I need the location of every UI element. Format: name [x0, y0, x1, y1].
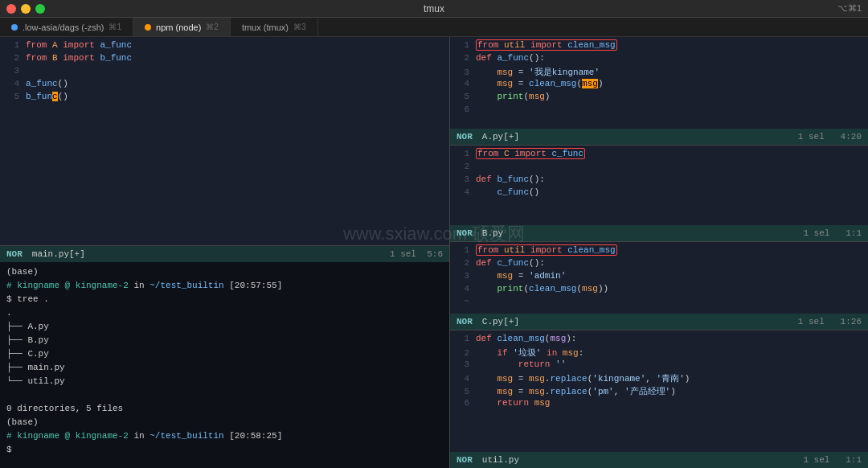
apy-line-4: 4 msg = clean_msg(msg): [450, 79, 868, 92]
main-editor-status: NOR main.py[+] 1 sel 5:6: [0, 246, 449, 262]
utilpy-line-1: 1 def clean_msg(msg):: [450, 334, 868, 347]
term-line-5: ├── A.py: [6, 320, 443, 334]
code-line-1: 1 from A import a_func: [0, 40, 449, 53]
tab-shortcut-npm: ⌘2: [206, 23, 219, 31]
main-editor-pane: 1 from A import a_func 2 from B import b…: [0, 37, 449, 246]
highlight-cpy-from: from util import clean_msg: [476, 244, 617, 256]
pane-bpy: 1 from C import c_func 2 3 def b_func():: [450, 146, 868, 242]
right-panel: 1 from util import clean_msg 2 def a_fun…: [450, 37, 868, 468]
maximize-button[interactable]: [35, 4, 45, 14]
term-line-7: ├── C.py: [6, 347, 443, 361]
status-file-utilpy: util.py: [482, 455, 519, 465]
bpy-line-2: 2: [450, 162, 868, 174]
term-line-3: $ tree .: [6, 293, 443, 306]
status-pos-utilpy: 1 sel 1:1: [803, 455, 862, 465]
apy-line-3: 3 msg = '我是kingname': [450, 66, 868, 79]
status-apy: NOR A.py[+] 1 sel 4:20: [450, 129, 868, 145]
status-cpy: NOR C.py[+] 1 sel 1:26: [450, 314, 868, 330]
status-mode-cpy: NOR: [457, 317, 473, 326]
status-pos-bpy: 1 sel 1:1: [803, 228, 862, 238]
tab-label-tmux: tmux (tmux): [242, 23, 289, 32]
cpy-line-3: 3 msg = 'admin': [450, 271, 868, 284]
main-layout: 1 from A import a_func 2 from B import b…: [0, 37, 868, 468]
utilpy-line-6: 6 return msg: [450, 398, 868, 411]
pane-utilpy: 1 def clean_msg(msg): 2 if '垃圾' in msg: …: [450, 330, 868, 468]
utilpy-line-2: 2 if '垃圾' in msg:: [450, 347, 868, 359]
highlight-from-util: from util import clean_msg: [476, 39, 617, 51]
title-bar: tmux ⌥⌘1: [0, 0, 868, 18]
window-title: tmux: [424, 3, 444, 14]
cpy-line-5: ~: [450, 297, 868, 310]
traffic-lights: [6, 4, 45, 14]
tab-npm[interactable]: npm (node) ⌘2: [133, 18, 231, 36]
status-mode-main: NOR: [6, 249, 23, 259]
term-line-4: .: [6, 306, 443, 320]
tab-tmux[interactable]: tmux (tmux) ⌘3: [231, 18, 318, 36]
term-line-6: ├── B.py: [6, 334, 443, 347]
apy-line-2: 2 def a_func():: [450, 53, 868, 66]
status-mode-apy: NOR: [457, 132, 473, 142]
tab-zsh[interactable]: .low-asia/dags (-zsh) ⌘1: [0, 18, 133, 36]
apy-line-1: 1 from util import clean_msg: [450, 40, 868, 53]
left-panel: 1 from A import a_func 2 from B import b…: [0, 37, 450, 468]
minimize-button[interactable]: [21, 4, 31, 14]
status-file-bpy: B.py: [482, 228, 503, 238]
cpy-line-2: 2 def c_func():: [450, 258, 868, 271]
utilpy-line-4: 4 msg = msg.replace('kingname', '青南'): [450, 372, 868, 385]
close-button[interactable]: [6, 4, 16, 14]
term-line-8: ├── main.py: [6, 361, 443, 375]
status-utilpy: NOR util.py 1 sel 1:1: [450, 452, 868, 468]
term-line-10: [6, 388, 443, 402]
code-line-5: 5 b_func(): [0, 92, 449, 105]
status-pos-main: 1 sel 5:6: [390, 249, 443, 259]
code-area-apy: 1 from util import clean_msg 2 def a_fun…: [450, 37, 868, 129]
term-line-2: # kingname @ kingname-2 in ~/test_builti…: [6, 279, 443, 293]
cpy-line-4: 4 print(clean_msg(msg)): [450, 284, 868, 297]
pane-apy: 1 from util import clean_msg 2 def a_fun…: [450, 37, 868, 146]
status-bpy: NOR B.py 1 sel 1:1: [450, 225, 868, 241]
highlight-from-c: from C import c_func: [476, 148, 585, 159]
status-pos-apy: 1 sel 4:20: [798, 132, 862, 142]
code-line-3: 3: [0, 66, 449, 79]
term-line-12: (base): [6, 416, 443, 429]
code-line-2: 2 from B import b_func: [0, 53, 449, 66]
terminal-pane[interactable]: (base) # kingname @ kingname-2 in ~/test…: [0, 262, 449, 468]
code-area-bpy: 1 from C import c_func 2 3 def b_func():: [450, 146, 868, 225]
bpy-line-4: 4 c_func(): [450, 187, 868, 200]
code-area-cpy: 1 from util import clean_msg 2 def c_fun…: [450, 242, 868, 314]
status-file-main: main.py[+]: [32, 249, 85, 259]
cpy-line-1: 1 from util import clean_msg: [450, 245, 868, 258]
status-mode-utilpy: NOR: [457, 455, 473, 465]
term-line-14: $: [6, 443, 443, 457]
tab-label-npm: npm (node): [156, 23, 201, 32]
tab-label-zsh: .low-asia/dags (-zsh): [23, 23, 104, 32]
term-line-13: # kingname @ kingname-2 in ~/test_builti…: [6, 429, 443, 443]
tab-dot-zsh: [11, 24, 18, 31]
status-mode-bpy: NOR: [457, 228, 473, 238]
status-pos-cpy: 1 sel 1:26: [798, 317, 862, 326]
title-shortcut: ⌥⌘1: [837, 3, 862, 14]
bpy-line-3: 3 def b_func():: [450, 174, 868, 187]
utilpy-line-5: 5 msg = msg.replace('pm', '产品经理'): [450, 385, 868, 398]
utilpy-line-3: 3 return '': [450, 359, 868, 372]
tab-dot-npm: [145, 24, 151, 31]
term-line-11: 0 directories, 5 files: [6, 402, 443, 416]
tab-shortcut-tmux: ⌘3: [293, 23, 306, 31]
pane-cpy: 1 from util import clean_msg 2 def c_fun…: [450, 242, 868, 330]
status-file-cpy: C.py[+]: [482, 317, 519, 326]
term-line-9: └── util.py: [6, 375, 443, 388]
status-file-apy: A.py[+]: [482, 132, 519, 142]
code-area-utilpy: 1 def clean_msg(msg): 2 if '垃圾' in msg: …: [450, 330, 868, 452]
apy-line-6: 6: [450, 105, 868, 117]
code-line-4: 4 a_func(): [0, 79, 449, 92]
tab-shortcut-zsh: ⌘1: [108, 23, 121, 31]
bpy-line-1: 1 from C import c_func: [450, 149, 868, 162]
term-line-1: (base): [6, 265, 443, 279]
apy-line-5: 5 print(msg): [450, 92, 868, 105]
tab-bar: .low-asia/dags (-zsh) ⌘1 npm (node) ⌘2 t…: [0, 18, 868, 37]
